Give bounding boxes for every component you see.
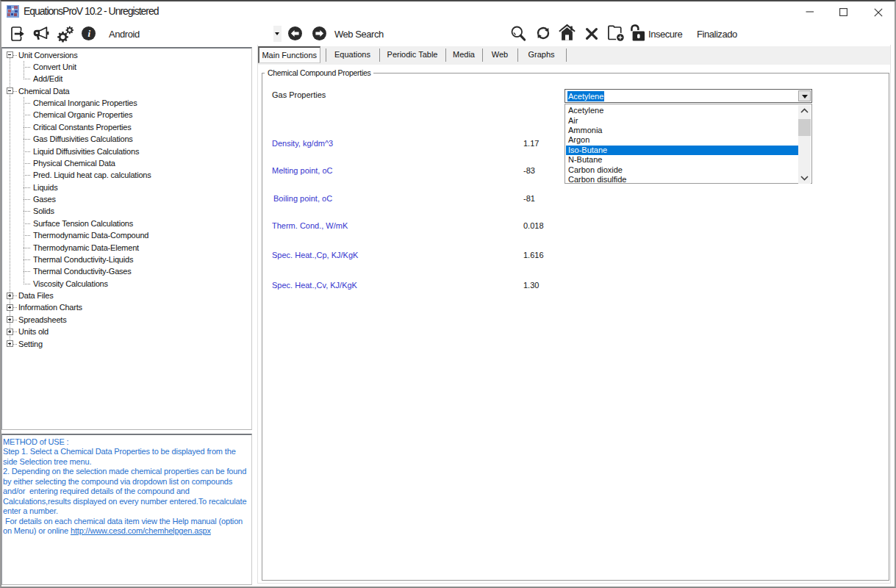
svg-text:i: i xyxy=(87,28,90,39)
